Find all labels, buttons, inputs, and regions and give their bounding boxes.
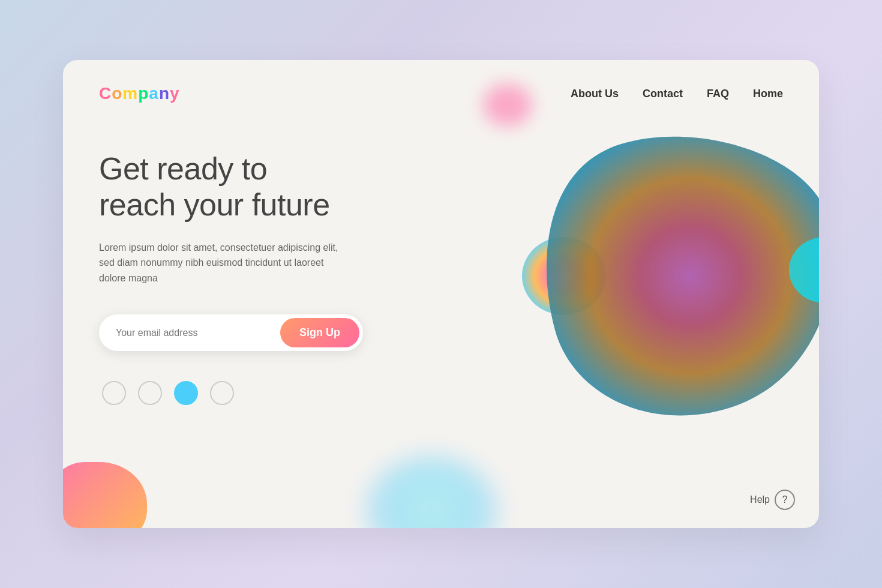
logo-letter-p: p — [138, 84, 149, 103]
logo-letter-o: o — [112, 84, 122, 103]
pagination-dot-0[interactable] — [102, 381, 126, 405]
blob-teal-bottom — [365, 456, 497, 528]
nav-item-faq[interactable]: FAQ — [707, 88, 729, 100]
hero-title-line1: Get ready to — [99, 151, 267, 186]
signup-button[interactable]: Sign Up — [280, 318, 359, 347]
nav-item-home[interactable]: Home — [753, 88, 783, 100]
help-label: Help — [750, 494, 770, 505]
hero-description: Lorem ipsum dolor sit amet, consectetuer… — [99, 240, 351, 286]
help-section: Help ? — [750, 490, 795, 510]
logo: Company — [99, 84, 180, 103]
nav: About Us Contact FAQ Home — [571, 88, 783, 100]
logo-letter-m: m — [122, 84, 138, 103]
logo-letter-a: a — [149, 84, 159, 103]
pagination-dot-3[interactable] — [210, 381, 234, 405]
nav-item-contact[interactable]: Contact — [643, 88, 683, 100]
main-card: Company About Us Contact FAQ Home Get re… — [63, 60, 819, 528]
logo-letter-c: C — [99, 84, 112, 103]
hero-section: Get ready to reach your future Lorem ips… — [63, 103, 423, 405]
logo-letter-y: y — [170, 84, 180, 103]
email-form: Sign Up — [99, 314, 363, 351]
help-icon[interactable]: ? — [775, 490, 795, 510]
hero-title-line2: reach your future — [99, 187, 330, 222]
logo-letter-n: n — [159, 84, 170, 103]
pagination-dot-1[interactable] — [138, 381, 162, 405]
blob-pink-corner — [63, 462, 147, 528]
nav-item-about-us[interactable]: About Us — [571, 88, 619, 100]
pagination-dot-2[interactable] — [174, 381, 198, 405]
pagination — [102, 381, 387, 405]
hero-title: Get ready to reach your future — [99, 151, 387, 223]
fluid-blob — [471, 96, 819, 444]
header: Company About Us Contact FAQ Home — [63, 60, 819, 103]
email-input[interactable] — [116, 328, 280, 338]
